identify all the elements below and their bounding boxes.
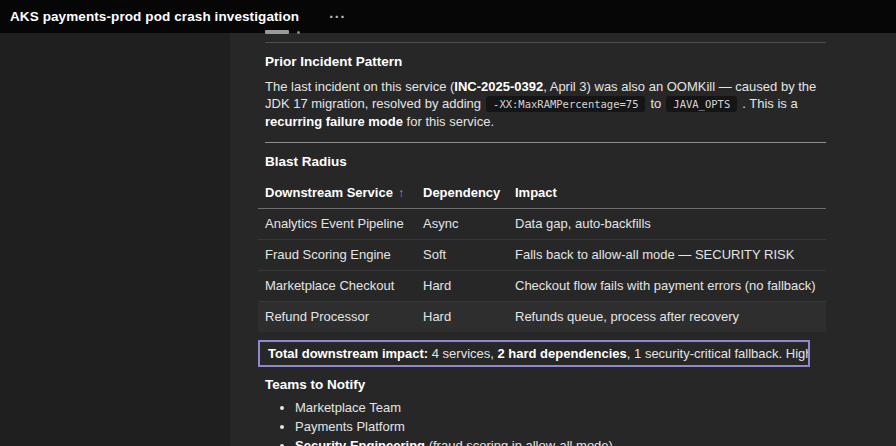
clipped-scrolled-text xyxy=(265,30,345,36)
section-heading-blast-radius: Blast Radius xyxy=(265,154,826,169)
cell-impact: Data gap, auto-backfills xyxy=(515,209,826,240)
top-divider xyxy=(265,42,826,43)
column-header-downstream-service[interactable]: Downstream Service↑ xyxy=(258,179,423,209)
callout-text: , 1 security-critical fallback. Highest … xyxy=(627,346,810,361)
table-row[interactable]: Analytics Event Pipeline Async Data gap,… xyxy=(258,209,826,240)
clipped-text-mark xyxy=(265,30,289,34)
paragraph-text: The last incident on this service ( xyxy=(265,79,454,94)
cell-impact: Refunds queue, process after recovery xyxy=(515,302,826,333)
cell-service: Fraud Scoring Engine xyxy=(258,240,423,271)
section-heading-prior-incident: Prior Incident Pattern xyxy=(265,54,826,69)
cell-service: Marketplace Checkout xyxy=(258,271,423,302)
cell-dependency: Hard xyxy=(423,271,515,302)
main-area: Prior Incident Pattern The last incident… xyxy=(0,33,896,446)
cell-dependency: Hard xyxy=(423,302,515,333)
document-pane[interactable]: Prior Incident Pattern The last incident… xyxy=(230,33,896,446)
cell-dependency: Soft xyxy=(423,240,515,271)
document-body: Prior Incident Pattern The last incident… xyxy=(265,42,826,446)
callout-text: 4 services, xyxy=(428,346,497,361)
column-header-dependency[interactable]: Dependency xyxy=(423,179,515,209)
section-divider xyxy=(265,142,826,143)
table-row[interactable]: Marketplace Checkout Hard Checkout flow … xyxy=(258,271,826,302)
section-heading-teams: Teams to Notify xyxy=(265,377,826,392)
code-chip-jvm-flag: -XX:MaxRAMPercentage=75 xyxy=(486,96,645,112)
incident-id: INC-2025-0392 xyxy=(454,79,543,94)
paragraph-text: to xyxy=(650,96,661,111)
code-chip-java-opts: JAVA_OPTS xyxy=(666,96,737,112)
paragraph-text: . This is a xyxy=(742,96,797,111)
left-panel xyxy=(0,33,230,446)
cell-impact: Checkout flow fails with payment errors … xyxy=(515,271,826,302)
cell-service: Analytics Event Pipeline xyxy=(258,209,423,240)
clipped-text-dot xyxy=(297,31,300,34)
recurring-failure-bold: recurring failure mode xyxy=(265,114,403,129)
window-titlebar: AKS payments-prod pod crash investigatio… xyxy=(0,0,896,33)
downstream-impact-callout: Total downstream impact: 4 services, 2 h… xyxy=(258,340,810,367)
window-title: AKS payments-prod pod crash investigatio… xyxy=(10,9,299,24)
cell-impact: Falls back to allow-all mode — SECURITY … xyxy=(515,240,826,271)
paragraph-text: for this service. xyxy=(403,114,494,129)
teams-list: Marketplace Team Payments Platform Secur… xyxy=(265,400,826,446)
sort-ascending-icon[interactable]: ↑ xyxy=(398,186,404,200)
list-item: Payments Platform xyxy=(295,419,826,435)
column-header-impact[interactable]: Impact xyxy=(515,179,826,209)
table-row[interactable]: Fraud Scoring Engine Soft Falls back to … xyxy=(258,240,826,271)
list-item: Security Engineering (fraud scoring in a… xyxy=(295,438,826,446)
blast-radius-table: Downstream Service↑ Dependency Impact An… xyxy=(258,179,826,332)
callout-bold: Total downstream impact: xyxy=(268,346,428,361)
cell-dependency: Async xyxy=(423,209,515,240)
table-header-row: Downstream Service↑ Dependency Impact xyxy=(258,179,826,209)
list-item: Marketplace Team xyxy=(295,400,826,416)
table-row-highlighted[interactable]: Refund Processor Hard Refunds queue, pro… xyxy=(258,302,826,333)
callout-bold: 2 hard dependencies xyxy=(497,346,626,361)
prior-incident-paragraph: The last incident on this service (INC-2… xyxy=(265,78,826,130)
more-options-icon[interactable]: ··· xyxy=(329,9,346,25)
cell-service: Refund Processor xyxy=(258,302,423,333)
